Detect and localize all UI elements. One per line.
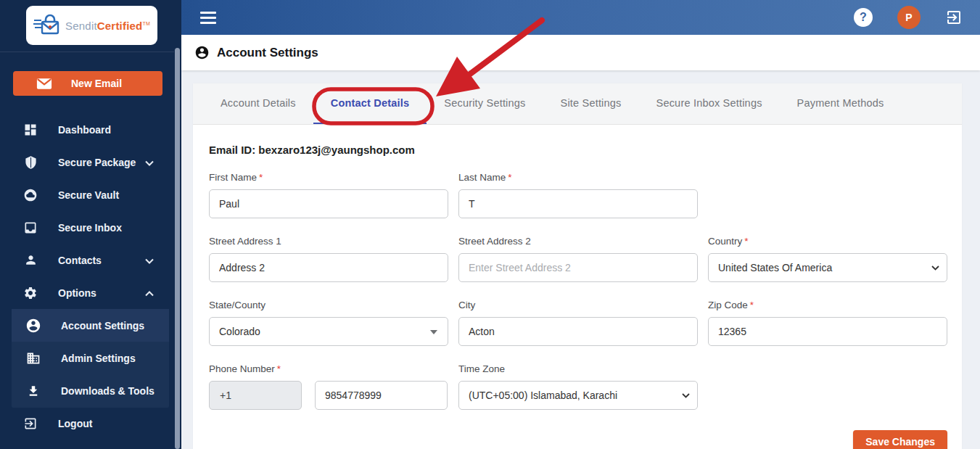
tab-secure-inbox-settings[interactable]: Secure Inbox Settings [639,83,780,124]
country-label: Country* [708,236,947,247]
sidebar-item-dashboard[interactable]: Dashboard [0,113,174,146]
sidebar-item-options[interactable]: Options [0,276,174,309]
sidebar-item-label: Secure Vault [58,189,119,201]
tab-payment-methods[interactable]: Payment Methods [780,83,902,124]
chevron-down-icon [145,255,154,266]
app-logo[interactable]: SenditCertifiedTM [26,6,157,45]
logout-icon [22,416,39,431]
sidebar-scrollbar[interactable] [175,48,180,449]
timezone-selected-value: (UTC+05:00) Islamabad, Karachi [469,390,617,401]
street-address-1-field-group: Street Address 1 [209,236,448,282]
options-submenu: Account Settings Admin Settings Download… [12,309,169,408]
last-name-label: Last Name* [458,172,698,183]
sidebar-item-logout[interactable]: Logout [0,407,174,440]
sidebar-item-admin-settings[interactable]: Admin Settings [12,342,169,374]
street-address-1-input[interactable] [209,253,448,282]
sidebar: SenditCertifiedTM New Email Dashboard Se… [0,0,181,449]
tab-site-settings[interactable]: Site Settings [543,83,639,124]
street-address-2-input[interactable] [458,253,698,282]
sidebar-item-secure-package[interactable]: Secure Package [0,146,174,178]
phone-field-group: Phone Number* +1 [209,363,448,410]
chevron-down-icon [145,157,154,168]
senditcertified-logo-icon [33,13,62,38]
sidebar-divider [0,52,174,52]
required-marker: * [744,236,748,247]
save-changes-button[interactable]: Save Changes [853,430,947,449]
chevron-down-icon [682,393,690,398]
street-address-2-field-group: Street Address 2 [458,236,698,282]
sidebar-item-label: Admin Settings [61,353,136,364]
shield-icon [22,155,39,170]
dropdown-arrow-icon [430,330,437,334]
state-label: State/County [209,300,448,310]
phone-label: Phone Number* [209,363,448,374]
account-circle-icon [194,45,210,60]
tab-contact-details[interactable]: Contact Details [313,83,427,124]
last-name-field-group: Last Name* [458,172,698,218]
first-name-field-group: First Name* [209,172,448,218]
street-address-1-label: Street Address 1 [209,236,448,247]
logout-button[interactable] [945,9,963,26]
tab-security-settings[interactable]: Security Settings [427,83,543,124]
chevron-down-icon [931,265,939,271]
sidebar-item-contacts[interactable]: Contacts [0,244,174,276]
dashboard-icon [22,123,39,137]
city-input[interactable] [458,317,698,346]
page-title: Account Settings [217,46,318,60]
country-field-group: Country* United States Of America [708,236,947,282]
required-marker: * [750,300,754,310]
sidebar-item-label: Dashboard [58,124,111,136]
country-select[interactable]: United States Of America [708,253,947,282]
street-address-2-label: Street Address 2 [458,236,698,247]
menu-toggle-icon[interactable] [200,12,216,24]
envelope-icon [36,78,52,90]
person-icon [22,253,39,267]
phone-input[interactable] [315,381,448,410]
zip-field-group: Zip Code* [708,300,947,346]
inbox-icon [22,221,39,235]
help-button[interactable]: ? [854,8,873,27]
new-email-button[interactable]: New Email [13,71,162,96]
first-name-input[interactable] [209,189,448,218]
sidebar-item-downloads-tools[interactable]: Downloads & Tools [12,374,169,407]
settings-card: Account Details Contact Details Security… [193,83,962,449]
required-marker: * [259,172,263,183]
sidebar-item-label: Account Settings [61,320,144,331]
avatar-initial: P [905,12,912,23]
sidebar-item-label: Downloads & Tools [61,385,155,397]
timezone-field-group: Time Zone (UTC+05:00) Islamabad, Karachi [458,363,698,410]
city-label: City [458,300,698,310]
avatar[interactable]: P [897,6,921,29]
gear-icon [22,286,39,300]
app-window: SenditCertifiedTM New Email Dashboard Se… [0,0,980,449]
sidebar-item-label: Secure Package [58,157,136,168]
sidebar-item-account-settings[interactable]: Account Settings [12,309,169,342]
tab-account-details[interactable]: Account Details [203,83,313,124]
sidebar-item-secure-vault[interactable]: Secure Vault [0,178,174,211]
timezone-label: Time Zone [458,363,698,374]
last-name-input[interactable] [458,189,698,218]
city-field-group: City [458,300,698,346]
contact-details-panel: Email ID: bexzaro123j@yaungshop.com Firs… [193,125,962,449]
sidebar-item-label: Options [58,287,96,299]
timezone-select[interactable]: (UTC+05:00) Islamabad, Karachi [458,381,698,410]
sidebar-item-secure-inbox[interactable]: Secure Inbox [0,211,174,244]
logo-wordmark: SenditCertifiedTM [65,20,150,32]
state-selected-value: Colorado [219,326,260,337]
email-id-text: Email ID: bexzaro123j@yaungshop.com [209,144,947,156]
exit-icon [945,9,963,26]
state-field-group: State/County Colorado [209,300,448,346]
required-marker: * [277,363,281,374]
sidebar-item-label: Secure Inbox [58,222,122,234]
sidebar-item-label: Contacts [58,255,102,266]
state-select[interactable]: Colorado [209,317,448,346]
cloud-icon [22,188,39,202]
zip-input[interactable] [708,317,947,346]
required-marker: * [508,172,511,183]
new-email-label: New Email [71,78,122,89]
zip-label: Zip Code* [708,300,947,310]
first-name-label: First Name* [209,172,448,183]
building-icon [25,351,42,366]
country-selected-value: United States Of America [718,262,832,273]
sidebar-item-label: Logout [58,418,92,429]
